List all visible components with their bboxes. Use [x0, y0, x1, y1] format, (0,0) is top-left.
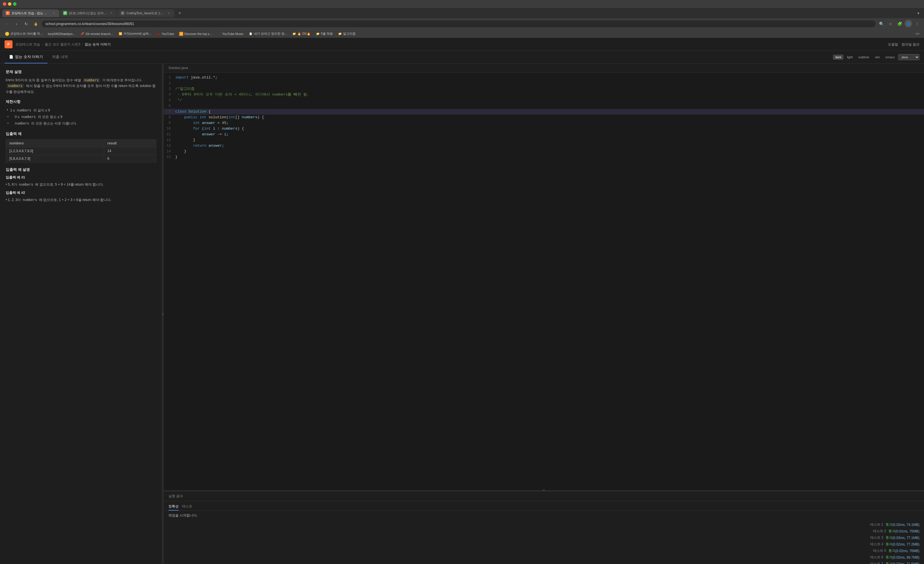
- bookmark-notes-icon: 📋: [249, 32, 253, 36]
- bookmark-ds-icon: 📁: [292, 32, 296, 36]
- help-link[interactable]: 도움말: [888, 42, 898, 47]
- results-tab-accuracy[interactable]: 정확성: [168, 503, 178, 510]
- breadcrumb-2[interactable]: 월간 코드 챌린지 시즌3: [45, 42, 80, 47]
- problem-description: 0부터 9까지의 숫자 중 일부가 들어있는 정수 배열 numbers 가 매…: [6, 77, 156, 95]
- test-7-status: 통과: [886, 561, 892, 564]
- tab-dropdown-button[interactable]: ▾: [915, 10, 922, 16]
- breadcrumb: 코딩테스트 연습 › 월간 코드 챌린지 시즌3 › 없는 숫자 더하기: [15, 42, 888, 47]
- io-ex-1-text: • 5, 9가 numbers 에 없으므로, 5 + 9 = 14를 retu…: [6, 182, 156, 187]
- browser-tab-1[interactable]: P 코딩테스트 연습 - 없는 숫자 더하기 ×: [2, 9, 59, 17]
- main-tabs: 📄 없는 숫자 더하기 제출 내역 dark light sublime vim…: [0, 51, 924, 64]
- nav-bar: ‹ › ↻ 🔒 school.programmers.co.kr/learn/c…: [0, 18, 924, 30]
- browser-tab-2[interactable]: P [프로그래머스] 없는 숫자 더하기... ×: [60, 9, 117, 17]
- code-editor[interactable]: 1 import java.util.*; 2 3 /*알고리즘 4 - 0부터…: [164, 72, 924, 490]
- io-examples-title: 입출력 예 설명: [6, 167, 156, 172]
- code-line-12: 12 }: [164, 137, 924, 143]
- tab-problem[interactable]: 📄 없는 숫자 더하기: [4, 51, 48, 63]
- bookmark-star-icon[interactable]: ☆: [886, 20, 894, 28]
- page-header: P 코딩테스트 연습 › 월간 코드 챌린지 시즌3 › 없는 숫자 더하기 도…: [0, 38, 924, 51]
- extensions-icon[interactable]: 🧩: [896, 20, 903, 28]
- test-5-time: (0.02ms, 76MB): [895, 549, 920, 553]
- results-tab-test[interactable]: 테스트: [182, 503, 192, 510]
- address-bar[interactable]: school.programmers.co.kr/learn/courses/3…: [42, 21, 876, 27]
- code-line-7: 7 class Solution {: [164, 109, 924, 115]
- minimize-button[interactable]: [8, 2, 11, 6]
- code-line-1: 1 import java.util.*;: [164, 75, 924, 81]
- bookmark-youtube[interactable]: ▶ YouTube: [154, 31, 176, 37]
- theme-sublime-btn[interactable]: sublime: [856, 55, 872, 60]
- tab-submissions[interactable]: 제출 내역: [48, 51, 72, 63]
- tab-2-favicon: P: [63, 11, 67, 15]
- tab-3-close[interactable]: ×: [167, 11, 171, 15]
- bookmark-algo-label: 알고리즘: [343, 31, 356, 36]
- bookmark-notes[interactable]: 📋 내가 보려고 정리한 정...: [246, 31, 290, 37]
- bookmark-ds[interactable]: 📁 🔥 DS🔥: [290, 31, 313, 37]
- breadcrumb-current: 없는 숫자 더하기: [85, 42, 111, 47]
- language-select[interactable]: Java Python3 C++: [898, 54, 920, 60]
- bookmark-youtube-icon: ▶: [157, 32, 161, 36]
- maximize-button[interactable]: [13, 2, 16, 6]
- bookmark-discover-label: Discover the top s...: [184, 32, 212, 36]
- tab-2-label: [프로그래머스] 없는 숫자 더하기...: [69, 11, 108, 15]
- bookmarks-more-button[interactable]: >>: [914, 31, 921, 37]
- tab-submissions-label: 제출 내역: [52, 54, 68, 60]
- tab-3-favicon: G: [121, 11, 124, 15]
- bookmark-hiring-label: 5월 채용: [321, 31, 333, 36]
- forward-button[interactable]: ›: [12, 20, 21, 28]
- bookmark-youtube-music[interactable]: ♪ YouTube Music: [215, 31, 246, 37]
- theme-dark-btn[interactable]: dark: [833, 55, 843, 60]
- test-result-7: 테스트 7 통과 (0.02ms, 71.5MB): [168, 561, 920, 564]
- bookmark-hiring[interactable]: 📁 5월 채용: [314, 31, 335, 37]
- tab-2-close[interactable]: ×: [109, 11, 113, 15]
- bookmark-algo[interactable]: 📁 알고리즘: [336, 31, 358, 37]
- test-result-1: 테스트 1 통과 (0.02ms, 74.1MB): [168, 521, 920, 528]
- bookmark-ds-label: 🔥 DS🔥: [297, 32, 310, 36]
- compile-option-link[interactable]: 컴파일 옵션: [902, 42, 920, 47]
- constraint-1: 1 ≤ numbers 의 길이 ≤ 9: [6, 107, 156, 114]
- code-line-11: 11 answer -= i;: [164, 132, 924, 137]
- profile-icon[interactable]: 👤: [904, 20, 912, 27]
- search-icon[interactable]: 🔍: [878, 20, 885, 28]
- bookmark-commit-label: 커밋(commit) 날짜...: [123, 31, 152, 36]
- bookmark-baekjoon[interactable]: tony9402/baekjoo...: [45, 31, 77, 36]
- menu-icon[interactable]: ⋮: [913, 20, 921, 28]
- tab-1-close[interactable]: ×: [52, 11, 56, 15]
- bookmark-discover[interactable]: ■ Discover the top s...: [177, 31, 214, 37]
- bookmark-commit[interactable]: 🔀 커밋(commit) 날짜...: [116, 31, 154, 37]
- code-line-6: 6: [164, 103, 924, 109]
- bookmark-git[interactable]: 📌 Git remote branch...: [78, 31, 115, 37]
- constraint-2: 0 ≤ numbers 의 모든 원소 ≤ 9: [6, 114, 156, 120]
- io-row-1-result: 14: [104, 147, 156, 155]
- nav-icons: 🔍 ☆ 🧩 👤 ⋮: [878, 20, 921, 28]
- test-2-label: 테스트 2: [869, 529, 886, 534]
- theme-light-btn[interactable]: light: [844, 55, 855, 60]
- code-line-4: 4 - 0부터 9까지 모두 더한 숫자 = 45이니, 여기에서 number…: [164, 92, 924, 97]
- test-4-label: 테스트 4: [866, 542, 884, 547]
- theme-vim-btn[interactable]: vim: [873, 55, 882, 60]
- reload-button[interactable]: ↻: [22, 20, 30, 28]
- theme-emacs-btn[interactable]: emacs: [884, 55, 897, 60]
- constraints-title: 제한사항: [6, 99, 156, 104]
- new-tab-button[interactable]: +: [176, 9, 184, 17]
- home-button: 🔒: [32, 20, 40, 28]
- back-button[interactable]: ‹: [3, 20, 11, 28]
- test-3-label: 테스트 3: [866, 535, 884, 540]
- bookmark-coding[interactable]: ● 코딩테스트 대비를 위...: [3, 31, 45, 37]
- address-text: school.programmers.co.kr/learn/courses/3…: [45, 22, 872, 26]
- breadcrumb-1[interactable]: 코딩테스트 연습: [15, 42, 40, 47]
- site-logo: P: [4, 40, 12, 48]
- code-line-10: 10 for (int i : numbers) {: [164, 126, 924, 132]
- breadcrumb-sep-2: ›: [82, 42, 83, 46]
- bookmark-discover-icon: ■: [179, 32, 183, 36]
- browser-tab-3[interactable]: G CodingTest_Java/프로그래머스... ×: [117, 9, 174, 17]
- test-3-status: 통과: [886, 535, 892, 540]
- test-result-5: 테스트 5 통과 (0.02ms, 76MB): [168, 548, 920, 554]
- code-line-3: 3 /*알고리즘: [164, 86, 924, 92]
- code-line-9: 9 int answer = 45;: [164, 120, 924, 126]
- code-line-14: 14 }: [164, 149, 924, 154]
- bookmark-notes-label: 내가 보려고 정리한 정...: [254, 31, 287, 36]
- close-button[interactable]: [3, 2, 6, 6]
- bookmark-yt-music-icon: ♪: [217, 32, 221, 36]
- test-5-status: 통과: [888, 548, 895, 553]
- bookmark-commit-icon: 🔀: [118, 32, 122, 36]
